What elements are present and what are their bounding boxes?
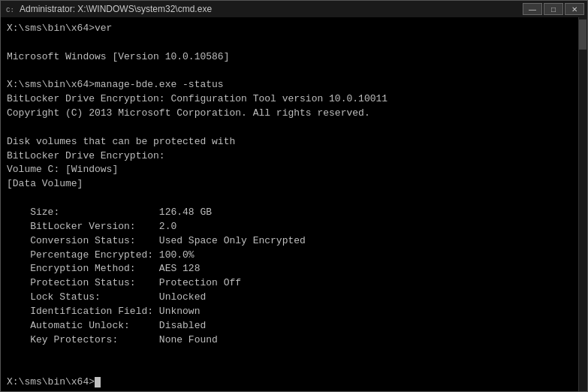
terminal-line [7, 191, 581, 206]
terminal-line: Disk volumes that can be protected with [7, 135, 581, 149]
terminal-line: Conversion Status: Used Space Only Encry… [7, 234, 581, 249]
terminal-line: Microsoft Windows [Version 10.0.10586] [7, 50, 581, 65]
close-button[interactable]: ✕ [565, 3, 584, 15]
title-bar: C: Administrator: X:\WINDOWS\system32\cm… [1, 1, 587, 17]
terminal-content: X:\sms\bin\x64>ver Microsoft Windows [Ve… [7, 22, 581, 390]
terminal-line: Protection Status: Protection Off [7, 276, 581, 291]
terminal-line [7, 121, 581, 135]
terminal-line: X:\sms\bin\x64>ver [7, 22, 581, 36]
scrollbar-thumb[interactable] [579, 20, 586, 50]
terminal-line: Identification Field: Unknown [7, 305, 581, 319]
terminal-line [7, 361, 581, 375]
terminal-line: BitLocker Drive Encryption: [7, 149, 581, 164]
terminal-line: Key Protectors: None Found [7, 333, 581, 348]
terminal-line: [Data Volume] [7, 177, 581, 191]
terminal-line: Encryption Method: AES 128 [7, 262, 581, 276]
scrollbar[interactable] [578, 17, 587, 391]
terminal-line: BitLocker Drive Encryption: Configuratio… [7, 92, 581, 107]
terminal-line: BitLocker Version: 2.0 [7, 220, 581, 234]
terminal-line [7, 65, 581, 79]
terminal-line: Automatic Unlock: Disabled [7, 319, 581, 333]
maximize-button[interactable]: □ [544, 3, 563, 15]
terminal-line [7, 347, 581, 361]
terminal-line: X:\sms\bin\x64> [7, 375, 581, 390]
minimize-button[interactable]: — [523, 3, 542, 15]
cursor [95, 377, 101, 387]
cmd-icon: C: [4, 3, 16, 15]
terminal-line: Volume C: [Windows] [7, 163, 581, 177]
window-title: Administrator: X:\WINDOWS\system32\cmd.e… [20, 4, 212, 14]
title-bar-buttons: — □ ✕ [523, 3, 584, 15]
terminal-line: Percentage Encrypted: 100.0% [7, 249, 581, 263]
title-bar-left: C: Administrator: X:\WINDOWS\system32\cm… [4, 3, 212, 15]
terminal-line [7, 36, 581, 50]
terminal-line: Lock Status: Unlocked [7, 291, 581, 305]
terminal-line: Size: 126.48 GB [7, 206, 581, 220]
cmd-window: C: Administrator: X:\WINDOWS\system32\cm… [0, 0, 588, 392]
terminal-line: X:\sms\bin\x64>manage-bde.exe -status [7, 78, 581, 92]
svg-text:C:: C: [6, 7, 14, 14]
terminal-area[interactable]: X:\sms\bin\x64>ver Microsoft Windows [Ve… [1, 17, 587, 391]
terminal-line: Copyright (C) 2013 Microsoft Corporation… [7, 107, 581, 121]
